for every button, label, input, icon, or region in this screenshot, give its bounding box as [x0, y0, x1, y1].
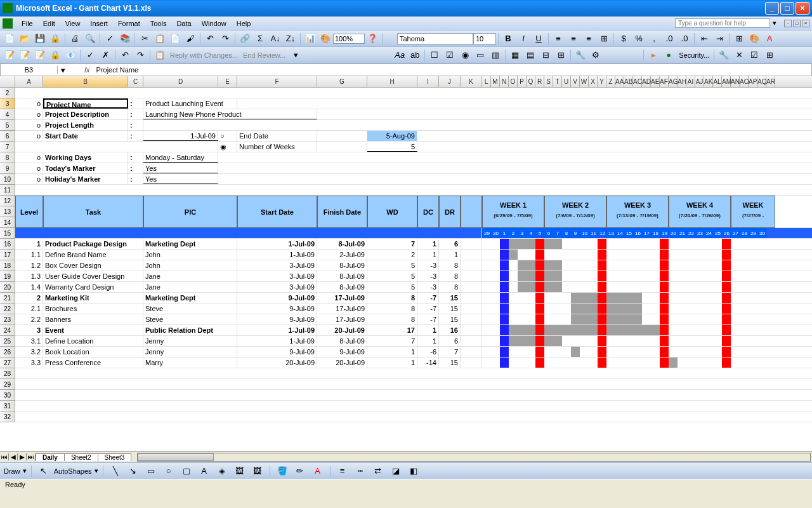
tb2-10[interactable]: 📋 [153, 48, 167, 62]
col-header-AJ[interactable]: AJ [695, 76, 704, 87]
tab-last[interactable]: ⏭ [27, 453, 36, 460]
col-header-A[interactable]: A [15, 76, 43, 87]
row-header-11[interactable]: 11 [0, 185, 15, 196]
app-icon[interactable] [3, 18, 13, 29]
line-color-icon[interactable]: ✏ [293, 464, 307, 478]
tb3-5[interactable]: ◉ [458, 48, 472, 62]
tab-first[interactable]: ⏮ [0, 453, 9, 460]
font-name-select[interactable] [397, 33, 473, 44]
tb3-10[interactable]: ⊟ [539, 48, 553, 62]
tb4-6[interactable]: ⊞ [763, 48, 776, 62]
col-header-AG[interactable]: AG [669, 76, 678, 87]
sheet-tab-sheet3[interactable]: Sheet3 [98, 453, 132, 461]
row-header-5[interactable]: 5 [0, 120, 15, 131]
col-header-AD[interactable]: AD [642, 76, 651, 87]
merge-icon[interactable]: ⊞ [597, 32, 611, 46]
tb4-4[interactable]: ✕ [732, 48, 746, 62]
row-header-12[interactable]: 12 [0, 196, 15, 206]
percent-icon[interactable]: % [632, 32, 646, 46]
minimize-button[interactable]: _ [765, 2, 779, 15]
col-header-T[interactable]: T [553, 76, 562, 87]
col-header-E[interactable]: E [218, 76, 237, 87]
row-header-2[interactable]: 2 [0, 88, 15, 98]
tb2-5[interactable]: 📧 [63, 48, 77, 62]
col-header-K[interactable]: K [461, 76, 482, 87]
row-header-10[interactable]: 10 [0, 174, 15, 185]
tb4-5[interactable]: ☑ [747, 48, 761, 62]
tb2-2[interactable]: 📝 [18, 48, 32, 62]
col-header-Y[interactable]: Y [598, 76, 606, 87]
line-style-icon[interactable]: ≡ [336, 464, 350, 478]
decrease-decimal-icon[interactable]: .0 [678, 32, 691, 46]
tb4-3[interactable]: 🔧 [717, 48, 731, 62]
wordart-icon[interactable]: A [197, 464, 211, 478]
col-header-AO[interactable]: AO [740, 76, 749, 87]
col-header-AP[interactable]: AP [749, 76, 757, 87]
3d-icon[interactable]: ◧ [407, 464, 421, 478]
tb2-3[interactable]: 📝 [33, 48, 47, 62]
sheet-tab-sheet2[interactable]: Sheet2 [64, 453, 98, 461]
tb3-7[interactable]: ▥ [488, 48, 502, 62]
oval-icon[interactable]: ○ [162, 464, 176, 478]
decrease-indent-icon[interactable]: ⇤ [697, 32, 711, 46]
select-all-corner[interactable] [0, 76, 15, 88]
line-icon[interactable]: ╲ [108, 464, 122, 478]
preview-icon[interactable]: 🔍 [83, 32, 97, 46]
name-box[interactable]: B3 [1, 66, 58, 74]
col-header-S[interactable]: S [544, 76, 553, 87]
col-header-AF[interactable]: AF [660, 76, 669, 87]
row-header-23[interactable]: 23 [0, 314, 15, 325]
autosum-icon[interactable]: Σ [253, 32, 267, 46]
bold-button[interactable]: B [501, 32, 515, 46]
comma-icon[interactable]: , [647, 32, 661, 46]
formula-input[interactable]: Project Name [94, 66, 811, 74]
spell-icon[interactable]: ✓ [103, 32, 117, 46]
fx-icon[interactable]: fx [81, 66, 94, 74]
underline-button[interactable]: U [532, 32, 546, 46]
tb4-1[interactable]: ▸ [646, 48, 660, 62]
sort-desc-icon[interactable]: Z↓ [284, 32, 298, 46]
col-header-R[interactable]: R [535, 76, 544, 87]
row-header-21[interactable]: 21 [0, 293, 15, 304]
tb2-end[interactable]: ▾ [289, 48, 303, 62]
row-header-14[interactable]: 14 [0, 217, 15, 228]
rectangle-icon[interactable]: ▭ [144, 464, 158, 478]
format-painter-icon[interactable]: 🖌 [183, 32, 197, 46]
tb3-12[interactable]: 🔧 [573, 48, 587, 62]
row-header-15[interactable]: 15 [0, 228, 15, 239]
increase-indent-icon[interactable]: ⇥ [712, 32, 726, 46]
redo-icon[interactable]: ↷ [218, 32, 232, 46]
close-button[interactable]: × [796, 2, 809, 15]
shadow-icon[interactable]: ◪ [389, 464, 403, 478]
sort-asc-icon[interactable]: A↓ [268, 32, 282, 46]
col-header-J[interactable]: J [439, 76, 461, 87]
tb2-1[interactable]: 📝 [3, 48, 16, 62]
menu-edit[interactable]: Edit [38, 18, 60, 29]
row-header-27[interactable]: 27 [0, 358, 15, 368]
col-header-AK[interactable]: AK [704, 76, 713, 87]
menu-file[interactable]: File [16, 18, 38, 29]
menu-format[interactable]: Format [113, 18, 145, 29]
col-header-I[interactable]: I [417, 76, 439, 87]
row-header-9[interactable]: 9 [0, 163, 15, 174]
col-header-N[interactable]: N [500, 76, 509, 87]
tb3-1[interactable]: Aa [393, 48, 407, 62]
row-headers[interactable]: 2345678910111213141516171819202122232425… [0, 88, 15, 422]
menu-view[interactable]: View [60, 18, 86, 29]
font-color-draw-icon[interactable]: A [311, 464, 325, 478]
row-header-20[interactable]: 20 [0, 282, 15, 293]
menu-insert[interactable]: Insert [85, 18, 113, 29]
col-header-AM[interactable]: AM [722, 76, 731, 87]
textbox-icon[interactable]: ▢ [180, 464, 193, 478]
autoshapes-menu[interactable]: AutoShapes [54, 467, 92, 475]
arrow-style-icon[interactable]: ⇄ [371, 464, 385, 478]
new-icon[interactable]: 📄 [3, 32, 16, 46]
col-header-Q[interactable]: Q [527, 76, 535, 87]
col-header-U[interactable]: U [562, 76, 571, 87]
align-right-icon[interactable]: ≡ [582, 32, 596, 46]
row-header-32[interactable]: 32 [0, 411, 15, 422]
col-header-X[interactable]: X [589, 76, 598, 87]
row-header-22[interactable]: 22 [0, 304, 15, 314]
copy-icon[interactable]: 📋 [153, 32, 167, 46]
dash-style-icon[interactable]: ┅ [353, 464, 367, 478]
